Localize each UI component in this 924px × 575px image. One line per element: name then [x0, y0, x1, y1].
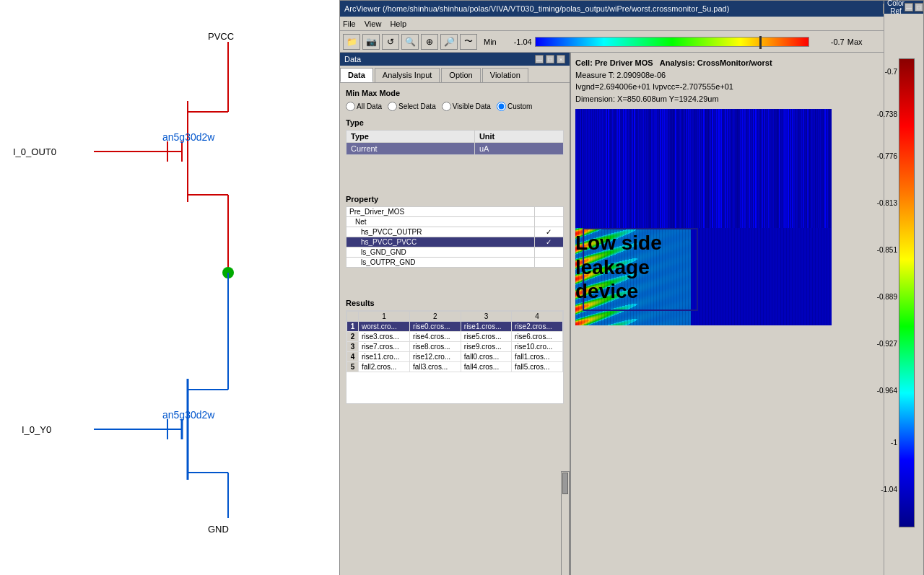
scrollbar-thumb[interactable] — [562, 473, 568, 494]
prop-row-hs-pvcc-outpr[interactable]: hs_PVCC_OUTPR ✓ — [346, 227, 564, 237]
panel-max-button[interactable]: □ — [546, 55, 554, 63]
tab-violation[interactable]: Violation — [482, 68, 528, 82]
heatmap-container: Low side leakage device — [575, 109, 919, 325]
svg-text:an5g30d2w: an5g30d2w — [162, 131, 215, 143]
radio-visible-data[interactable]: Visible Data — [442, 102, 491, 111]
property-section: Property Pre_Driver_MOS Net — [346, 195, 564, 293]
property-container[interactable]: Pre_Driver_MOS Net hs_PVCC_OUTPR ✓ — [346, 206, 564, 293]
scale-label--0_927: -0.927 — [877, 340, 897, 348]
results-row-num-5: 5 — [347, 362, 359, 372]
results-cell-4-1: rise11.cro... — [359, 352, 410, 362]
prop-name-ls-outpr-gnd: ls_OUTPR_GND — [346, 258, 535, 268]
prop-row-net[interactable]: Net — [346, 217, 564, 227]
radio-group: All Data Select Data Visible Data Custom — [346, 102, 564, 111]
prop-row-ls-gnd-gnd[interactable]: ls_GND_GND — [346, 247, 564, 258]
radio-all-data[interactable]: All Data — [346, 102, 382, 111]
prop-name-net: Net — [346, 217, 535, 227]
open-button[interactable]: 📁 — [343, 34, 360, 50]
scale-label--0_851: -0.851 — [877, 246, 897, 254]
arcviewer-window: ArcViewer (/home/shinhua/shinhua/polas/V… — [339, 0, 924, 575]
zoom-fit-button[interactable]: ⊕ — [421, 34, 438, 50]
results-label: Results — [346, 299, 564, 307]
panel-min-button[interactable]: — — [535, 55, 544, 63]
results-cell-3-2: rise8.cros... — [409, 342, 461, 352]
scale-label--0_738: -0.738 — [877, 110, 897, 118]
menu-bar: File View Help — [340, 17, 923, 31]
prop-vis-net — [534, 217, 563, 227]
results-row-1[interactable]: 1worst.cro...rise0.cros...rise1.cros...r… — [347, 322, 563, 332]
results-cell-1-2: rise0.cros... — [409, 322, 461, 332]
results-cell-5-1: fall2.cros... — [359, 362, 410, 372]
results-row-2[interactable]: 2rise3.cros...rise4.cros...rise5.cros...… — [347, 332, 563, 342]
annotation-text: Low side leakage device — [575, 231, 662, 304]
radio-custom[interactable]: Custom — [497, 102, 532, 111]
svg-text:I_0_Y0: I_0_Y0 — [22, 424, 51, 435]
viz-area: Cell: Pre Driver MOS Analysis: CrossMoni… — [571, 53, 923, 575]
unit-col-header: Unit — [474, 131, 563, 143]
menu-view[interactable]: View — [365, 19, 382, 28]
color-ref-max-button[interactable]: □ — [915, 3, 923, 12]
min-value: -1.04 — [500, 38, 532, 46]
results-row-3[interactable]: 3rise7.cros...rise8.cros...rise9.cros...… — [347, 342, 563, 352]
scale-label--0_7: -0.7 — [885, 68, 897, 76]
prop-row-ls-outpr-gnd[interactable]: ls_OUTPR_GND — [346, 258, 564, 268]
results-cell-5-4: fall5.cros... — [512, 362, 563, 372]
menu-file[interactable]: File — [343, 19, 356, 28]
results-row-num-1: 1 — [347, 322, 359, 332]
menu-help[interactable]: Help — [390, 19, 406, 28]
color-ref-header: Color Ref — □ — [884, 1, 923, 14]
scale-label--0_776: -0.776 — [877, 152, 897, 160]
results-scrollbar[interactable] — [561, 471, 570, 575]
svg-text:GND: GND — [208, 524, 229, 535]
scale-label--1: -1 — [891, 439, 897, 447]
scale-label--0_889: -0.889 — [877, 293, 897, 301]
results-header-row: 1 2 3 4 — [347, 312, 563, 322]
prop-row-predriver[interactable]: Pre_Driver_MOS — [346, 207, 564, 217]
svg-text:an5g30d2w: an5g30d2w — [162, 409, 215, 421]
wave-button[interactable]: 〜 — [460, 34, 477, 50]
main-content: Data — □ × Data Analysis Input Option Vi… — [340, 53, 923, 575]
results-row-5[interactable]: 5fall2.cros...fall3.cros...fall4.cros...… — [347, 362, 563, 372]
prop-vis-ls-outpr-gnd — [534, 258, 563, 268]
data-tab-content: Min Max Mode All Data Select Data Visibl… — [340, 83, 570, 410]
results-cell-1-4: rise2.cros... — [512, 322, 563, 332]
results-row-4[interactable]: 4rise11.cro...rise12.cro...fall0.cros...… — [347, 352, 563, 362]
panel-close-button[interactable]: × — [557, 55, 565, 63]
tabs: Data Analysis Input Option Violation — [340, 66, 570, 83]
scale-label--1_04: -1.04 — [881, 486, 897, 493]
prop-row-hs-pvcc-pvcc[interactable]: hs_PVCC_PVCC ✓ — [346, 237, 564, 247]
color-ref-min-button[interactable]: — — [905, 3, 913, 12]
color-ref-title: Color Ref — [887, 0, 905, 15]
refresh-button[interactable]: ↺ — [382, 34, 399, 50]
results-container[interactable]: 1 2 3 4 1worst.cro...rise0.cros...rise1.… — [346, 310, 564, 404]
zoom-in-button[interactable]: 🔍 — [401, 34, 419, 50]
min-label: Min — [484, 38, 497, 46]
data-panel: Data — □ × Data Analysis Input Option Vi… — [340, 53, 571, 575]
dimension-label: Dimension: X=850.608um Y=1924.29um — [575, 93, 919, 105]
prop-name-hs-pvcc-outpr: hs_PVCC_OUTPR — [346, 227, 535, 237]
max-value: -0.7 — [812, 38, 845, 46]
results-cell-4-2: rise12.cro... — [409, 352, 461, 362]
color-slider[interactable] — [535, 37, 809, 47]
prop-vis-hs-pvcc-pvcc: ✓ — [534, 237, 563, 247]
analysis-label: Analysis: CrossMonitor/worst — [660, 58, 772, 67]
zoom-out-button[interactable]: 🔎 — [440, 34, 458, 50]
data-panel-header: Data — □ × — [340, 53, 570, 66]
prop-name-hs-pvcc-pvcc: hs_PVCC_PVCC — [346, 237, 535, 247]
type-row-current[interactable]: Current uA — [346, 143, 564, 155]
radio-select-data[interactable]: Select Data — [388, 102, 436, 111]
tab-data[interactable]: Data — [340, 68, 373, 82]
type-section-label: Type — [346, 118, 564, 127]
tab-option[interactable]: Option — [441, 68, 480, 82]
results-cell-5-2: fall3.cros... — [409, 362, 461, 372]
results-cell-1-1: worst.cro... — [359, 322, 410, 332]
data-panel-title: Data — [344, 55, 361, 63]
results-cell-4-3: fall0.cros... — [461, 352, 511, 362]
type-table-container[interactable]: Type Unit Current uA — [346, 130, 564, 188]
tab-analysis-input[interactable]: Analysis Input — [375, 68, 440, 82]
results-section: Results 1 2 3 4 — [346, 299, 564, 404]
color-ref: Color Ref — □ -0.7-0.738-0.776-0.813-0.8… — [884, 1, 923, 575]
screenshot-button[interactable]: 📷 — [362, 34, 380, 50]
results-cell-3-4: rise10.cro... — [512, 342, 563, 352]
max-label: Max — [847, 38, 863, 46]
